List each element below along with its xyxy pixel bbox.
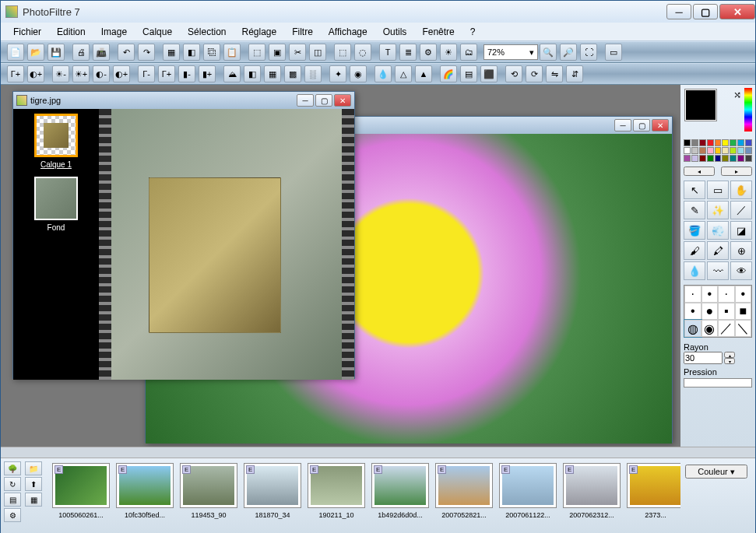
palette-swatch[interactable] — [730, 139, 737, 146]
palette-prev-button[interactable]: ◂ — [684, 167, 715, 176]
menu-fichier[interactable]: Fichier — [5, 24, 49, 40]
new-file-icon[interactable]: 📄 — [7, 44, 24, 61]
doc2-horizontal-scrollbar[interactable] — [1, 447, 755, 458]
brush-size-11[interactable]: ／ — [718, 320, 735, 337]
thumbnail-item[interactable]: 1b492d6d0d... — [371, 463, 429, 533]
blur-tool[interactable]: 💧 — [684, 261, 705, 280]
resize-image-icon[interactable]: ⬚ — [248, 44, 265, 61]
scanner-icon[interactable]: 📠 — [93, 44, 110, 61]
brush-size-1[interactable]: · — [684, 286, 701, 303]
text-icon[interactable]: T — [379, 44, 396, 61]
auto-contrast-icon[interactable]: ◐+ — [27, 65, 44, 82]
contrast-minus-icon[interactable]: ◐- — [93, 65, 110, 82]
save-file-icon[interactable]: 💾 — [47, 44, 65, 61]
selection-tool[interactable]: ▭ — [707, 181, 729, 199]
palette-swatch[interactable] — [684, 147, 691, 154]
rgb-icon[interactable]: ▦ — [163, 44, 180, 61]
eraser-tool[interactable]: ◪ — [730, 221, 752, 240]
histogram-icon[interactable]: ⛰ — [223, 65, 241, 82]
advanced-brush-tool[interactable]: 🖍 — [707, 241, 729, 260]
menu-selection[interactable]: Sélection — [180, 24, 234, 40]
brush-size-9[interactable]: ◍ — [684, 320, 701, 337]
paste-icon[interactable]: 📋 — [223, 44, 241, 61]
couleur-button[interactable]: Couleur ▾ — [685, 465, 747, 479]
doc1-titlebar[interactable]: tigre.jpg ─ ▢ ✕ — [13, 92, 354, 109]
thumbnail-item[interactable]: 2007052821... — [435, 463, 493, 533]
pression-slider[interactable] — [684, 378, 752, 387]
menu-reglage[interactable]: Réglage — [234, 24, 284, 40]
swap-colors-icon[interactable]: ⤭ — [733, 89, 741, 100]
line-tool[interactable]: ／ — [730, 201, 752, 219]
zoom-fit-icon[interactable]: ⛶ — [580, 44, 597, 61]
palette-swatch[interactable] — [691, 155, 698, 162]
thumbnail-item[interactable]: 2007062312... — [563, 463, 621, 533]
palette-swatch[interactable] — [715, 147, 722, 154]
brush-size-4[interactable]: • — [735, 286, 752, 303]
rotate-right-icon[interactable]: ⟳ — [526, 65, 543, 82]
palette-swatch[interactable] — [722, 139, 729, 146]
thumbnail-item[interactable]: 10fc30f5ed... — [116, 463, 174, 533]
palette-next-button[interactable]: ▸ — [721, 167, 752, 176]
sharpen-more-icon[interactable]: ▲ — [415, 65, 432, 82]
rotate-left-icon[interactable]: ⟲ — [505, 65, 522, 82]
undo-icon[interactable]: ↶ — [118, 44, 135, 61]
palette-swatch[interactable] — [737, 147, 744, 154]
palette-swatch[interactable] — [699, 139, 706, 146]
sharpen-icon[interactable]: △ — [395, 65, 412, 82]
brush-size-2[interactable]: • — [701, 286, 719, 303]
indexed-icon[interactable]: ◧ — [183, 44, 200, 61]
palette-swatch[interactable] — [691, 139, 698, 146]
browser-refresh-icon[interactable]: ↻ — [4, 477, 21, 491]
palette-swatch[interactable] — [707, 147, 714, 154]
palette-swatch[interactable] — [707, 155, 714, 162]
palette-swatch[interactable] — [730, 155, 737, 162]
window-close-button[interactable]: ✕ — [719, 4, 755, 19]
doc2-maximize-button[interactable]: ▢ — [633, 119, 650, 131]
palette-swatch[interactable] — [684, 155, 691, 162]
transform-icon[interactable]: ◫ — [309, 44, 326, 61]
smudge-tool[interactable]: 〰 — [707, 261, 729, 280]
tiger-sepia-layer[interactable] — [149, 177, 281, 333]
menu-help[interactable]: ? — [462, 24, 483, 40]
palette-swatch[interactable] — [737, 139, 744, 146]
select-all-icon[interactable]: ⬚ — [334, 44, 351, 61]
doc1-close-button[interactable]: ✕ — [334, 94, 351, 107]
foreground-color-swatch[interactable] — [685, 89, 716, 121]
rayon-down-button[interactable]: ▾ — [724, 358, 735, 364]
gamma-minus-icon[interactable]: Γ- — [138, 65, 155, 82]
crop-icon[interactable]: ✂ — [289, 44, 306, 61]
rayon-up-button[interactable]: ▴ — [724, 352, 735, 358]
palette-swatch[interactable] — [715, 155, 722, 162]
menu-image[interactable]: Image — [93, 24, 135, 40]
palette-swatch[interactable] — [730, 147, 737, 154]
zoom-in-icon[interactable]: 🔎 — [560, 44, 577, 61]
photo-old-icon[interactable]: ▩ — [284, 65, 301, 82]
menu-edition[interactable]: Edition — [49, 24, 93, 40]
browser-options-icon[interactable]: ⚙ — [4, 508, 21, 522]
rayon-input[interactable] — [684, 352, 723, 364]
palette-swatch[interactable] — [707, 139, 714, 146]
palette-swatch[interactable] — [722, 155, 729, 162]
window-minimize-button[interactable]: ─ — [666, 4, 691, 19]
layer-item-calque1[interactable]: Calque 1 — [18, 114, 94, 169]
thumbnail-item[interactable]: 2373... — [627, 463, 680, 533]
blur-icon[interactable]: 💧 — [374, 65, 392, 82]
redeye-tool[interactable]: 👁 — [730, 261, 752, 280]
palette-swatch[interactable] — [699, 147, 706, 154]
brush-size-12[interactable]: ＼ — [735, 320, 752, 337]
contrast-plus-icon[interactable]: ◐+ — [113, 65, 130, 82]
brush-size-3[interactable]: · — [718, 286, 735, 303]
menu-affichage[interactable]: Affichage — [321, 24, 375, 40]
brush-tool[interactable]: 🖌 — [684, 241, 705, 260]
browser-filter-icon[interactable]: ▤ — [4, 493, 21, 507]
thumbnail-item[interactable]: 190211_10 — [308, 463, 365, 533]
doc2-minimize-button[interactable]: ─ — [614, 119, 631, 131]
spray-tool[interactable]: 💨 — [707, 221, 729, 240]
doc1-maximize-button[interactable]: ▢ — [315, 94, 332, 107]
saturation-minus-icon[interactable]: ▮- — [178, 65, 195, 82]
dust-icon[interactable]: ✦ — [329, 65, 346, 82]
browser-folder-icon[interactable]: 📁 — [25, 461, 42, 475]
preferences-icon[interactable]: ☀ — [440, 44, 457, 61]
automation-icon[interactable]: ⚙ — [420, 44, 437, 61]
saturation-plus-icon[interactable]: ▮+ — [199, 65, 216, 82]
